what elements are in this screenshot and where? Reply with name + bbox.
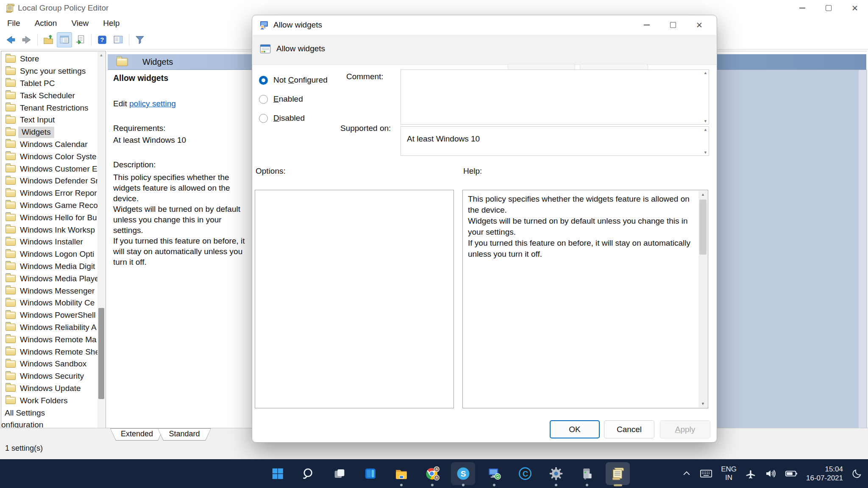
tab-extended[interactable]: Extended — [110, 428, 164, 441]
search-icon[interactable] — [293, 459, 324, 488]
tree-vertical-scrollbar[interactable]: ▲ ▼ — [97, 52, 105, 433]
tree-item[interactable]: Windows Calendar — [1, 139, 99, 151]
menu-help[interactable]: Help — [96, 19, 127, 28]
up-one-level-icon[interactable] — [41, 32, 56, 47]
edit-policy-setting-link[interactable]: policy setting — [129, 99, 176, 108]
scroll-up-icon[interactable]: ▲ — [704, 71, 707, 75]
tree-item[interactable]: Windows Reliability A — [1, 322, 99, 334]
file-explorer-icon[interactable] — [386, 459, 417, 488]
apply-button[interactable]: Apply — [660, 420, 710, 438]
supported-on-box[interactable]: At least Windows 10 ▲ ▼ — [401, 126, 709, 156]
tree-item[interactable]: Windows Remote Ma — [1, 333, 99, 346]
tree-item[interactable]: Windows Ink Worksp — [1, 224, 99, 236]
menu-action[interactable]: Action — [28, 19, 64, 28]
tree-item[interactable]: Windows PowerShell — [1, 309, 99, 322]
close-button[interactable]: ✕ — [842, 0, 868, 16]
tree-item[interactable]: Windows Game Recor — [1, 200, 99, 212]
tree-item[interactable]: All Settings — [1, 407, 99, 419]
task-view-icon[interactable] — [324, 459, 355, 488]
cancel-button[interactable]: Cancel — [604, 420, 654, 438]
dialog-minimize-button[interactable] — [634, 15, 660, 35]
maximize-button[interactable] — [815, 0, 842, 16]
main-titlebar: Local Group Policy Editor ✕ — [0, 0, 868, 16]
remote-desktop-icon[interactable] — [479, 459, 509, 488]
widgets-icon[interactable] — [355, 459, 386, 488]
ok-button[interactable]: OK — [550, 420, 600, 438]
tree-item[interactable]: Windows Security — [1, 370, 99, 383]
chrome-icon[interactable]: AA — [417, 459, 448, 488]
tree-item[interactable]: Windows Sandbox — [1, 358, 99, 370]
tab-standard[interactable]: Standard — [158, 428, 211, 441]
help-icon[interactable]: ? — [95, 32, 110, 47]
dialog-maximize-button[interactable] — [660, 15, 686, 35]
tree-item[interactable]: Windows Media Playe — [1, 272, 99, 285]
radio-disabled[interactable]: Disabled — [259, 113, 305, 123]
tree-item-label: Windows Game Recor — [20, 201, 99, 210]
tree-item-label: Windows Customer E — [20, 164, 97, 174]
requirements-value: At least Windows 10 — [113, 136, 250, 145]
tree-item[interactable]: Windows Error Repor — [1, 187, 99, 200]
folder-icon — [6, 226, 16, 233]
skype-icon[interactable]: S — [448, 459, 479, 488]
tree-item[interactable]: Sync your settings — [1, 65, 99, 78]
tree-item[interactable]: Tablet PC — [1, 78, 99, 90]
show-extended-pane-icon[interactable] — [111, 32, 126, 47]
tree-scrollbar-thumb[interactable] — [98, 308, 104, 399]
radio-selected-icon[interactable] — [259, 76, 268, 85]
device-icon[interactable] — [571, 459, 602, 488]
tree-item[interactable]: Text Input — [1, 114, 99, 126]
show-console-tree-icon[interactable] — [57, 32, 72, 47]
minimize-button[interactable] — [789, 0, 815, 16]
tree-item[interactable]: Windows Installer — [1, 236, 99, 248]
radio-icon[interactable] — [259, 95, 268, 104]
comment-input[interactable]: ▲ ▼ — [401, 69, 709, 125]
tree-item[interactable]: Store — [1, 53, 99, 65]
tree-item[interactable]: Windows Messenger — [1, 285, 99, 297]
tree-item[interactable]: Windows Media Digit — [1, 261, 99, 273]
scroll-up-icon[interactable]: ▲ — [698, 192, 707, 197]
scroll-down-icon[interactable]: ▼ — [704, 119, 707, 123]
tray-chevron-up-icon[interactable] — [679, 459, 694, 488]
dialog-close-button[interactable]: ✕ — [686, 15, 712, 35]
airplane-mode-icon[interactable] — [742, 459, 759, 488]
radio-icon[interactable] — [259, 114, 268, 123]
tree-item[interactable]: Windows Logon Opti — [1, 248, 99, 261]
settings-list-scrollbar[interactable] — [859, 69, 866, 428]
tree-item[interactable]: Windows Customer E — [1, 163, 99, 175]
filter-icon[interactable] — [132, 32, 147, 47]
tree-item[interactable]: Windows Remote She — [1, 346, 99, 358]
tree-item[interactable]: Task Scheduler — [1, 89, 99, 102]
clock[interactable]: 15:0416-07-2021 — [803, 459, 846, 488]
scroll-up-icon[interactable]: ▲ — [97, 53, 105, 57]
language-indicator[interactable]: ENGIN — [718, 459, 740, 488]
tree-item[interactable]: Windows Mobility Ce — [1, 297, 99, 309]
focus-assist-moon-icon[interactable] — [849, 459, 865, 488]
start-icon[interactable] — [262, 459, 293, 488]
export-list-icon[interactable] — [73, 32, 88, 47]
forward-icon[interactable] — [19, 32, 34, 47]
radio-not-configured[interactable]: Not Configured — [259, 75, 328, 85]
tree-item[interactable]: Windows Color Syste — [1, 150, 99, 163]
menu-view[interactable]: View — [64, 19, 96, 28]
group-policy-editor-icon[interactable] — [602, 459, 633, 488]
radio-enabled[interactable]: Enabled — [259, 94, 303, 104]
settings-icon[interactable] — [540, 459, 571, 488]
tree-item[interactable]: Widgets — [1, 126, 99, 139]
tree-item[interactable]: Work Folders — [1, 394, 99, 407]
tree-item[interactable]: Windows Update — [1, 383, 99, 395]
ccleaner-icon[interactable]: C — [509, 459, 540, 488]
battery-icon[interactable] — [782, 459, 801, 488]
menu-file[interactable]: File — [0, 19, 28, 28]
scroll-down-icon[interactable]: ▼ — [698, 402, 707, 406]
tree-item[interactable]: Windows Defender Sm — [1, 175, 99, 187]
touch-keyboard-icon[interactable] — [697, 459, 715, 488]
volume-icon[interactable] — [762, 459, 779, 488]
scroll-up-icon[interactable]: ▲ — [704, 128, 707, 132]
tree-item[interactable]: Windows Hello for Bu — [1, 211, 99, 224]
back-icon[interactable] — [3, 32, 18, 47]
help-scrollbar[interactable]: ▲ ▼ — [698, 191, 707, 408]
tree-item[interactable]: Tenant Restrictions — [1, 102, 99, 114]
scroll-down-icon[interactable]: ▼ — [704, 150, 707, 155]
folder-icon — [6, 251, 16, 258]
help-scrollbar-thumb[interactable] — [699, 200, 707, 255]
